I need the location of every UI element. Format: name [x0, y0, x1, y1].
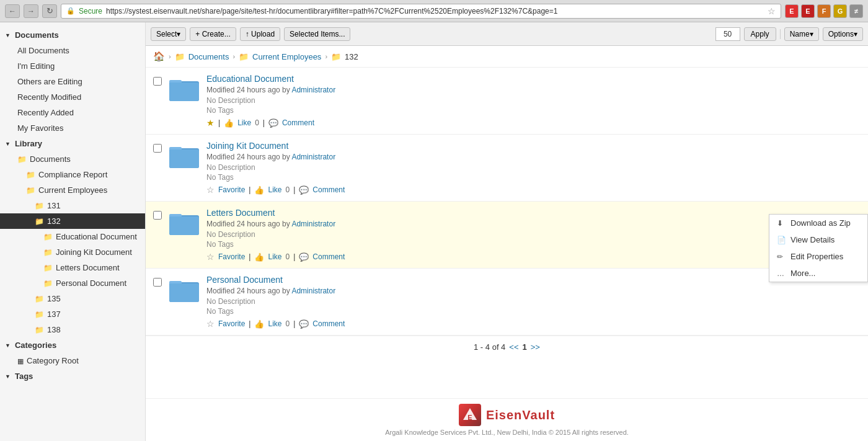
forward-button[interactable]: → [24, 4, 38, 18]
context-menu-download-zip[interactable]: ⬇ Download as Zip [769, 215, 867, 231]
favorite-link-joining[interactable]: Favorite [218, 185, 245, 194]
view-details-icon: 📄 [777, 236, 787, 244]
doc-tags-letters: No Tags [206, 240, 861, 249]
sidebar-item-recently-added[interactable]: Recently Added [0, 105, 145, 120]
sidebar-item-all-documents[interactable]: All Documents [0, 43, 145, 58]
comment-link-joining[interactable]: Comment [312, 185, 345, 194]
favorite-star-letters[interactable]: ☆ [206, 252, 215, 262]
favorite-link-personal[interactable]: Favorite [218, 319, 245, 328]
secure-label: Secure [79, 7, 102, 16]
comment-link-letters[interactable]: Comment [312, 252, 345, 261]
refresh-button[interactable]: ↻ [42, 4, 57, 18]
doc-folder-icon-joining [168, 141, 200, 171]
doc-author-educational[interactable]: Administrator [291, 86, 335, 94]
context-menu-view-details[interactable]: 📄 View Details [769, 231, 867, 248]
sidebar-item-educational-document[interactable]: 📁Educational Document [0, 229, 145, 244]
doc-title-joining[interactable]: Joining Kit Document [206, 141, 288, 151]
doc-author-joining[interactable]: Administrator [291, 153, 335, 161]
comment-link-educational[interactable]: Comment [282, 118, 314, 127]
breadcrumb-current-employees-link[interactable]: Current Employees [252, 52, 321, 61]
doc-title-personal[interactable]: Personal Document [206, 275, 283, 285]
name-sort-button[interactable]: Name▾ [784, 27, 819, 41]
ext-btn-2[interactable]: E [801, 4, 815, 18]
breadcrumb-documents-link[interactable]: Documents [188, 52, 229, 61]
svg-rect-11 [169, 283, 199, 302]
options-button[interactable]: Options▾ [823, 27, 863, 41]
back-button[interactable]: ← [5, 4, 20, 18]
selected-items-button[interactable]: Selected Items... [284, 27, 350, 41]
doc-title-educational[interactable]: Educational Document [206, 74, 294, 84]
action-sep-6: | [293, 252, 295, 261]
sidebar-item-compliance-report[interactable]: 📁Compliance Report [0, 167, 145, 182]
sidebar-library-header[interactable]: ▼ Library [0, 136, 145, 151]
doc-actions-joining: ☆ Favorite | 👍 Like 0 | 💬 Comment [206, 185, 861, 195]
like-link-educational[interactable]: Like [237, 118, 251, 127]
doc-checkbox-personal[interactable] [153, 278, 162, 287]
doc-title-letters[interactable]: Letters Document [206, 208, 275, 218]
doc-checkbox-educational[interactable] [153, 77, 162, 86]
sidebar-item-132[interactable]: 📁132 [0, 213, 145, 229]
sidebar-item-personal-document[interactable]: 📁Personal Document [0, 275, 145, 291]
ext-btn-5[interactable]: ≠ [849, 4, 863, 18]
page-current: 1 [523, 342, 527, 352]
context-menu-more[interactable]: … More... [769, 265, 867, 282]
like-link-joining[interactable]: Like [268, 185, 281, 194]
svg-rect-8 [169, 216, 199, 235]
doc-tags-educational: No Tags [206, 106, 861, 115]
favorite-star-personal[interactable]: ☆ [206, 319, 215, 329]
doc-desc-letters: No Description [206, 230, 861, 239]
context-menu-edit-properties[interactable]: ✏ Edit Properties [769, 248, 867, 265]
sidebar-item-others-editing[interactable]: Others are Editing [0, 74, 145, 89]
sidebar-categories-header[interactable]: ▼ Categories [0, 337, 145, 353]
like-link-personal[interactable]: Like [268, 319, 281, 328]
doc-checkbox-letters[interactable] [153, 211, 162, 220]
sidebar-item-letters-document[interactable]: 📁Letters Document [0, 260, 145, 275]
doc-info-letters: Letters Document Modified 24 hours ago b… [206, 208, 861, 262]
grid-icon: ▦ [17, 357, 24, 365]
sidebar-item-137[interactable]: 📁137 [0, 306, 145, 322]
breadcrumb-folder-icon-2: 📁 [239, 52, 249, 61]
ext-btn-3[interactable]: F [817, 4, 831, 18]
comment-link-personal[interactable]: Comment [312, 319, 345, 328]
ext-btn-1[interactable]: E [785, 4, 799, 18]
context-menu-download-zip-label: Download as Zip [790, 218, 851, 228]
like-link-letters[interactable]: Like [268, 252, 281, 261]
sidebar-item-138[interactable]: 📁138 [0, 322, 145, 337]
sidebar-item-131[interactable]: 📁131 [0, 198, 145, 213]
breadcrumb-current: 132 [345, 52, 358, 61]
bookmark-star-icon[interactable]: ☆ [768, 6, 776, 16]
select-button[interactable]: Select▾ [151, 27, 186, 41]
sidebar-item-135[interactable]: 📁135 [0, 291, 145, 306]
doc-author-personal[interactable]: Administrator [291, 287, 335, 295]
doc-desc-educational: No Description [206, 96, 861, 105]
triangle-icon-tags: ▼ [5, 373, 11, 380]
sidebar-tags-header[interactable]: ▼ Tags [0, 368, 145, 384]
sidebar-item-current-employees[interactable]: 📁Current Employees [0, 182, 145, 198]
favorite-link-letters[interactable]: Favorite [218, 252, 245, 261]
sidebar-item-im-editing[interactable]: I'm Editing [0, 58, 145, 74]
favorite-star-joining[interactable]: ☆ [206, 185, 215, 195]
address-bar[interactable]: 🔒 Secure https://systest.eisenvault.net/… [61, 4, 781, 19]
sidebar-item-category-root[interactable]: ▦Category Root [0, 353, 145, 368]
action-sep-4: | [293, 185, 295, 194]
doc-author-letters[interactable]: Administrator [291, 220, 335, 228]
doc-checkbox-joining[interactable] [153, 144, 162, 153]
folder-icon: 📁 [35, 202, 44, 210]
sidebar-item-documents[interactable]: 📁Documents [0, 151, 145, 167]
page-first-link[interactable]: << [509, 342, 518, 352]
page-next-link[interactable]: >> [531, 342, 540, 352]
sidebar-item-my-favorites[interactable]: My Favorites [0, 120, 145, 136]
more-icon: … [777, 269, 787, 278]
ext-btn-4[interactable]: G [833, 4, 847, 18]
thumb-icon-letters: 👍 [254, 252, 264, 262]
doc-item-letters: Letters Document Modified 24 hours ago b… [146, 202, 868, 269]
apply-button[interactable]: Apply [744, 27, 776, 41]
sidebar-documents-header[interactable]: ▼ Documents [0, 27, 145, 43]
upload-button[interactable]: ↑ Upload [240, 27, 280, 41]
sidebar-item-recently-modified[interactable]: Recently Modified [0, 89, 145, 105]
sidebar-item-joining-kit-document[interactable]: 📁Joining Kit Document [0, 244, 145, 260]
comment-icon-personal: 💬 [299, 319, 309, 329]
favorite-star-educational[interactable]: ★ [206, 118, 215, 128]
create-button[interactable]: + Create... [190, 27, 236, 41]
like-count-joining: 0 [286, 185, 290, 194]
